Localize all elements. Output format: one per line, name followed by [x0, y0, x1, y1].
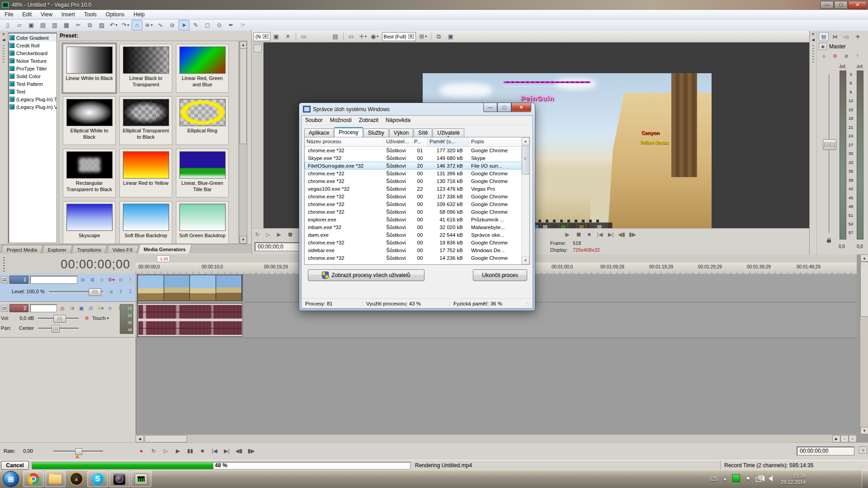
language-indicator[interactable]: CS [710, 476, 718, 482]
network-icon[interactable] [756, 475, 763, 482]
process-row[interactable]: vegas100.exe *32 Šůstkovi 22 123 476 kB … [305, 185, 522, 192]
column-header[interactable]: Popis [469, 137, 522, 146]
dock-tab[interactable]: Transitions [71, 245, 108, 253]
enable-snapping-button[interactable]: ∩ [132, 20, 142, 30]
solo-track-icon[interactable]: ! [126, 276, 134, 283]
minimize-button[interactable]: — [820, 1, 834, 9]
video-event[interactable] [137, 275, 243, 301]
undo-button[interactable]: ↶ [108, 20, 119, 30]
taskbar-explorer-button[interactable] [45, 471, 66, 487]
pause-icon[interactable]: ▮▮ [184, 446, 196, 456]
scroll-left-icon[interactable]: ◀ [136, 435, 144, 442]
track-fx-icon[interactable]: ⊹ [98, 276, 106, 283]
dock-tab[interactable]: Media Generators [137, 244, 192, 253]
generator-list-item[interactable]: Credit Roll [9, 42, 57, 49]
project-properties-button[interactable]: ▤ [38, 20, 48, 30]
go-to-end-icon[interactable]: ▶| [605, 230, 616, 239]
preset-card[interactable]: Linear Red, Green and Blue [176, 44, 229, 93]
rate-slider-thumb[interactable] [75, 448, 82, 455]
play-icon[interactable]: ▶ [274, 230, 284, 239]
dock-tab[interactable]: Video FX [106, 245, 139, 253]
edit-cursor[interactable] [137, 274, 138, 338]
track-fx-icon[interactable]: ⊹▾ [96, 305, 104, 312]
preset-card[interactable]: Linear White to Black [63, 44, 116, 93]
process-row[interactable]: chrome.exe *32 Šůstkovi 00 19 836 kB Goo… [305, 239, 522, 246]
invert-phase-icon[interactable]: Ø [87, 305, 95, 312]
timeline-horizontal-scrollbar[interactable]: ◀ ▶ − + [136, 434, 857, 443]
automation-settings-icon[interactable]: ⚙▾ [107, 276, 115, 283]
generator-list-item[interactable]: (Legacy Plug-In) V [9, 103, 57, 111]
whats-this-help-button[interactable]: ☞ [237, 20, 248, 30]
new-project-button[interactable]: ▯ [2, 20, 13, 30]
preset-scrollbar[interactable]: ▲ ▼ [239, 41, 247, 244]
taskbar-vegas-button[interactable] [109, 471, 130, 487]
copy-snapshot-button[interactable]: ⧉ [434, 31, 444, 42]
close-panel-icon[interactable]: ✕ [811, 32, 815, 37]
menu-item[interactable]: Tools [80, 10, 101, 19]
previous-frame-icon[interactable]: ◀▮ [233, 446, 245, 456]
pin-panel-icon[interactable]: ◀ [2, 37, 5, 42]
scroll-down-icon[interactable]: ▼ [860, 427, 868, 434]
save-preset-button[interactable]: ▣ [271, 31, 282, 42]
compositing-mode-icon[interactable]: α [107, 288, 115, 295]
scroll-up-icon[interactable]: ▲ [522, 137, 529, 145]
maximize-button[interactable]: ▢ [497, 103, 511, 112]
generator-preset-combo[interactable]: (N ▾ [254, 32, 270, 41]
mute-track-icon[interactable]: ⊘ [117, 276, 125, 283]
timeline-vertical-scrollbar[interactable]: ▲ ▼ [860, 254, 868, 434]
dock-tab[interactable]: Project Media [1, 245, 43, 253]
track-number[interactable]: 1 [9, 276, 28, 284]
scroll-down-icon[interactable]: ▼ [522, 257, 529, 264]
preset-card[interactable]: Linear, Blue-Green Title Bar [176, 149, 229, 197]
bus-icon[interactable]: ▣ [819, 43, 827, 50]
automation-mode-value[interactable]: Touch [92, 315, 105, 321]
save-snapshot-button[interactable]: ▣ [445, 31, 456, 42]
hidden-icons-arrow[interactable]: ▲ [723, 477, 727, 481]
process-row[interactable]: chrome.exe *32 Šůstkovi 00 14 236 kB Goo… [305, 254, 522, 262]
action-center-flag-icon[interactable]: ⚑ [745, 476, 750, 482]
scroll-down-icon[interactable]: ▼ [240, 236, 247, 244]
timeline-marker[interactable]: -1:25 [157, 255, 170, 262]
process-row[interactable]: FileIOSurrogate.exe *32 Šůstkovi 20 146 … [305, 162, 522, 169]
task-manager-tab[interactable]: Procesy [334, 127, 363, 137]
generator-list-item[interactable]: Color Gradient [9, 34, 57, 42]
scroll-thumb[interactable] [240, 48, 247, 144]
generator-list-item[interactable]: Solid Color [9, 72, 57, 80]
cursor-position-display[interactable]: 00:00:00;00 [797, 446, 854, 455]
menu-item[interactable]: Soubor [302, 117, 326, 123]
generator-list-item[interactable]: Checkerboard [9, 49, 57, 57]
menu-item[interactable]: Nápověda [382, 117, 414, 123]
process-row[interactable]: chrome.exe *32 Šůstkovi 00 130 716 kB Go… [305, 177, 522, 185]
chevron-down-icon[interactable]: ▾ [263, 34, 269, 39]
pause-icon[interactable]: ▮▮ [284, 230, 295, 239]
redo-button[interactable]: ↷ [120, 20, 131, 30]
mute-icon[interactable]: ⊘ [841, 52, 851, 61]
column-header[interactable]: Název procesu [305, 137, 384, 146]
record-icon[interactable]: ● [136, 446, 147, 456]
preset-card[interactable]: Soft Blue Backdrop [119, 201, 172, 244]
pan-slider-thumb[interactable] [52, 325, 60, 333]
go-to-start-icon[interactable]: |◀ [594, 230, 605, 239]
task-manager-tab[interactable]: Výkon [389, 128, 413, 137]
column-header[interactable]: Paměť (s... [428, 137, 469, 146]
zoom-tool-icon[interactable]: ⊙ [859, 446, 867, 454]
delete-preset-button[interactable]: ✕ [283, 31, 293, 42]
loop-playback-icon[interactable]: ↻ [148, 446, 159, 456]
next-frame-icon[interactable]: ▮▶ [245, 446, 257, 456]
import-media-button[interactable]: ▦ [61, 20, 72, 30]
master-fader-handle[interactable] [823, 139, 836, 150]
ignore-event-grouping-button[interactable]: ⊘ [167, 20, 178, 30]
stop-icon[interactable]: ■ [584, 230, 594, 239]
scroll-thumb[interactable] [145, 435, 187, 442]
mute-track-icon[interactable]: ⊘ [106, 305, 114, 312]
track-number[interactable]: 2 [9, 304, 28, 312]
close-button[interactable]: ✕ [511, 103, 531, 112]
grid-overlay-button[interactable]: ⊞ [418, 31, 429, 42]
generator-list-item[interactable]: ProType Titler [9, 65, 57, 72]
dim-output-icon[interactable]: ◁↓ [841, 32, 851, 41]
preset-card[interactable]: Rectangular Transparent to Black [63, 149, 116, 197]
start-button[interactable]: ⊞ [3, 471, 19, 487]
column-header[interactable]: P... [412, 137, 428, 146]
tray-app-icon[interactable] [732, 474, 740, 482]
preset-card[interactable]: Skyscape [63, 201, 116, 244]
